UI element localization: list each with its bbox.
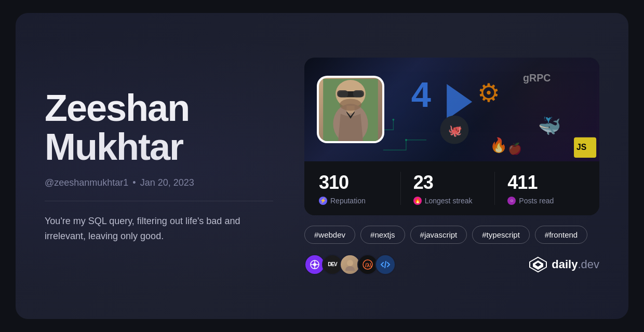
svg-text:🐙: 🐙 [448, 123, 462, 137]
tags-row: #webdev #nextjs #javascript #typescript … [304, 226, 599, 244]
tag-webdev[interactable]: #webdev [304, 226, 355, 244]
brand-name: daily [552, 258, 578, 271]
join-date: Jan 20, 2023 [140, 177, 194, 188]
avatar-image [322, 79, 379, 141]
reputation-value: 310 [319, 172, 348, 193]
profile-banner-card: 4 ⚙ gRPC ⬤ 🐙 🐳 JS [304, 58, 599, 215]
meta-separator: • [132, 177, 136, 188]
svg-point-26 [313, 263, 316, 266]
avatar-wrapper [317, 76, 384, 143]
stat-reputation: 310 ⚡ Reputation [319, 172, 396, 205]
svg-rect-18 [337, 90, 348, 97]
svg-text:🍎: 🍎 [508, 142, 522, 156]
tag-typescript[interactable]: #typescript [472, 226, 530, 244]
bottom-row: DEV /λ\ [304, 254, 599, 275]
streak-icon: 🔥 [413, 197, 422, 205]
tag-javascript[interactable]: #javascript [410, 226, 467, 244]
source-icon-code [375, 254, 396, 275]
stat-streak: 23 🔥 Longest streak [400, 172, 491, 205]
svg-marker-3 [447, 84, 472, 120]
banner: 4 ⚙ gRPC ⬤ 🐙 🐳 JS [304, 58, 599, 161]
svg-point-28 [345, 266, 355, 271]
user-name: Zeeshan Mukhtar [45, 89, 273, 167]
svg-text:/λ\: /λ\ [365, 262, 371, 268]
svg-point-1 [392, 118, 394, 120]
streak-label: 🔥 Longest streak [413, 197, 473, 205]
reputation-label: ⚡ Reputation [319, 197, 366, 205]
svg-rect-19 [353, 90, 364, 97]
posts-value: 411 [507, 172, 537, 193]
svg-point-22 [340, 99, 361, 110]
svg-text:🐳: 🐳 [538, 115, 561, 137]
profile-card: Zeeshan Mukhtar @zeeshanmukhtar1 • Jan 2… [16, 13, 628, 319]
source-icons: DEV /λ\ [304, 254, 393, 275]
daily-logo-icon [529, 256, 547, 273]
tag-nextjs[interactable]: #nextjs [360, 226, 405, 244]
svg-text:🔥: 🔥 [490, 136, 508, 154]
reputation-icon: ⚡ [319, 197, 327, 205]
svg-text:JS: JS [576, 143, 586, 151]
daily-dev-logo: daily.dev [529, 256, 599, 273]
streak-value: 23 [413, 172, 433, 193]
divider [45, 201, 273, 201]
posts-icon: ○ [507, 197, 516, 205]
brand-extension: .dev [578, 258, 599, 271]
avatar [319, 78, 382, 141]
tag-frontend[interactable]: #frontend [535, 226, 587, 244]
svg-point-0 [405, 139, 407, 141]
user-handle: @zeeshanmukhtar1 [45, 177, 128, 188]
brand-text: daily.dev [552, 258, 599, 271]
posts-label: ○ Posts read [507, 197, 554, 205]
right-section: 4 ⚙ gRPC ⬤ 🐙 🐳 JS [304, 58, 599, 275]
left-section: Zeeshan Mukhtar @zeeshanmukhtar1 • Jan 2… [45, 89, 273, 244]
stats-row: 310 ⚡ Reputation 23 🔥 Longest streak 411 [304, 161, 599, 215]
svg-text:gRPC: gRPC [523, 72, 551, 84]
user-bio: You're my SQL query, filtering out life'… [45, 214, 252, 244]
svg-text:4: 4 [411, 75, 431, 115]
svg-point-27 [347, 260, 353, 266]
user-meta: @zeeshanmukhtar1 • Jan 20, 2023 [45, 177, 273, 188]
svg-line-31 [385, 261, 386, 268]
svg-text:⚙: ⚙ [477, 79, 500, 107]
stat-posts: 411 ○ Posts read [494, 172, 585, 205]
